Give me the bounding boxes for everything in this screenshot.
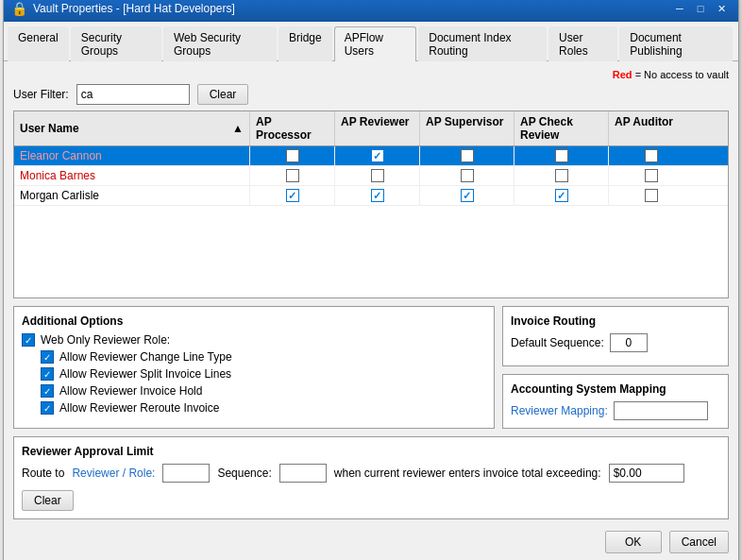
option-change-line-type: Allow Reviewer Change Line Type	[41, 350, 486, 364]
checkbox-monica-reviewer[interactable]	[371, 169, 384, 182]
checkbox-morgan-reviewer[interactable]	[371, 189, 384, 202]
checkbox-eleanor-reviewer[interactable]	[371, 149, 384, 162]
checkbox-split-invoice[interactable]	[41, 367, 54, 381]
ap-processor-cell[interactable]	[250, 186, 335, 205]
username-cell: Eleanor Cannon	[14, 146, 250, 165]
footer-row: OK Cancel	[13, 527, 729, 557]
checkbox-eleanor-auditor[interactable]	[645, 149, 658, 162]
checkbox-monica-auditor[interactable]	[645, 169, 658, 182]
col-ap-check-review[interactable]: AP Check Review	[514, 111, 609, 145]
maximize-button[interactable]: □	[691, 0, 710, 17]
col-ap-supervisor[interactable]: AP Supervisor	[420, 111, 514, 145]
table-row[interactable]: Monica Barnes	[14, 166, 728, 186]
checkbox-monica-check-review[interactable]	[555, 169, 568, 182]
ap-check-review-cell[interactable]	[514, 146, 609, 165]
checkbox-change-line-type[interactable]	[41, 350, 54, 364]
ap-reviewer-cell[interactable]	[335, 186, 420, 205]
ap-auditor-cell[interactable]	[609, 166, 694, 185]
checkbox-morgan-supervisor[interactable]	[461, 189, 474, 202]
tab-bar: General Security Groups Web Security Gro…	[4, 22, 738, 61]
option-reroute-invoice: Allow Reviewer Reroute Invoice	[41, 401, 486, 415]
tab-apflow-users[interactable]: APFlow Users	[334, 26, 417, 61]
default-sequence-label: Default Sequence:	[511, 336, 604, 349]
label-split-invoice: Allow Reviewer Split Invoice Lines	[59, 367, 231, 381]
filter-clear-button[interactable]: Clear	[197, 84, 249, 105]
checkbox-eleanor-processor[interactable]	[286, 149, 299, 162]
accounting-mapping-title: Accounting System Mapping	[511, 382, 720, 396]
col-ap-auditor[interactable]: AP Auditor	[609, 111, 694, 145]
user-table: User Name ▲ AP Processor AP Reviewer AP …	[13, 110, 729, 298]
ap-reviewer-cell[interactable]	[335, 146, 420, 165]
ap-supervisor-cell[interactable]	[420, 166, 514, 185]
reviewer-role-input[interactable]	[162, 464, 210, 483]
tab-user-roles[interactable]: User Roles	[548, 26, 617, 61]
col-ap-reviewer[interactable]: AP Reviewer	[335, 111, 420, 145]
col-username[interactable]: User Name ▲	[14, 111, 250, 145]
ap-supervisor-cell[interactable]	[420, 186, 514, 205]
close-button[interactable]: ✕	[712, 0, 731, 17]
top-info: Red = No access to vault	[13, 69, 729, 80]
checkbox-morgan-processor[interactable]	[286, 189, 299, 202]
cancel-button[interactable]: Cancel	[669, 531, 729, 553]
web-only-reviewer-checkbox[interactable]	[22, 333, 35, 347]
username-cell: Morgan Carlisle	[14, 186, 250, 205]
checkbox-invoice-hold[interactable]	[41, 384, 54, 398]
additional-options-title: Additional Options	[22, 314, 486, 328]
tab-document-index-routing[interactable]: Document Index Routing	[418, 26, 547, 61]
tab-general[interactable]: General	[8, 26, 69, 61]
ap-check-review-cell[interactable]	[514, 166, 609, 185]
tab-document-publishing[interactable]: Document Publishing	[619, 26, 733, 61]
ap-auditor-cell[interactable]	[609, 146, 694, 165]
checkbox-reroute-invoice[interactable]	[41, 401, 54, 415]
tab-web-security-groups[interactable]: Web Security Groups	[163, 26, 277, 61]
ap-supervisor-cell[interactable]	[420, 146, 514, 165]
sequence-input[interactable]	[279, 464, 327, 483]
reviewer-role-link[interactable]: Reviewer / Role:	[72, 467, 155, 480]
main-content: Red = No access to vault User Filter: Cl…	[4, 61, 738, 560]
user-name-morgan[interactable]: Morgan Carlisle	[20, 189, 99, 202]
right-panels: Invoice Routing Default Sequence: Accoun…	[502, 306, 729, 429]
table-row[interactable]: Morgan Carlisle	[14, 186, 728, 206]
checkbox-monica-processor[interactable]	[286, 169, 299, 182]
tab-bridge[interactable]: Bridge	[278, 26, 332, 61]
ap-auditor-cell[interactable]	[609, 186, 694, 205]
ap-processor-cell[interactable]	[250, 146, 335, 165]
checkbox-morgan-check-review[interactable]	[555, 189, 568, 202]
approval-clear-button[interactable]: Clear	[22, 490, 74, 511]
ok-button[interactable]: OK	[605, 531, 662, 553]
approval-row: Route to Reviewer / Role: Sequence: when…	[22, 464, 720, 511]
default-sequence-input[interactable]	[610, 333, 648, 352]
col-ap-processor[interactable]: AP Processor	[250, 111, 335, 145]
tab-security-groups[interactable]: Security Groups	[71, 26, 161, 61]
lower-section: Additional Options Web Only Reviewer Rol…	[13, 306, 729, 429]
username-cell: Monica Barnes	[14, 166, 250, 185]
checkbox-eleanor-supervisor[interactable]	[461, 149, 474, 162]
red-label: Red	[613, 69, 632, 80]
ap-processor-cell[interactable]	[250, 166, 335, 185]
reviewer-mapping-input[interactable]	[614, 401, 708, 420]
user-name-eleanor[interactable]: Eleanor Cannon	[20, 149, 102, 162]
label-change-line-type: Allow Reviewer Change Line Type	[59, 350, 232, 364]
sequence-label: Sequence:	[217, 467, 271, 480]
minimize-button[interactable]: ─	[670, 0, 689, 17]
title-bar-left: 🔒 Vault Properties - [Hard Hat Developer…	[11, 1, 235, 16]
no-access-text: = No access to vault	[635, 69, 729, 80]
additional-options-panel: Additional Options Web Only Reviewer Rol…	[13, 306, 495, 429]
checkbox-morgan-auditor[interactable]	[645, 189, 658, 202]
checkbox-monica-supervisor[interactable]	[461, 169, 474, 182]
label-invoice-hold: Allow Reviewer Invoice Hold	[59, 384, 202, 398]
user-name-monica[interactable]: Monica Barnes	[20, 169, 95, 182]
amount-input[interactable]	[609, 464, 684, 483]
filter-row: User Filter: Clear	[13, 84, 729, 105]
filter-input[interactable]	[76, 84, 190, 105]
table-row[interactable]: Eleanor Cannon	[14, 146, 728, 166]
main-window: 🔒 Vault Properties - [Hard Hat Developer…	[3, 0, 739, 560]
default-sequence-row: Default Sequence:	[511, 333, 720, 352]
reviewer-mapping-link[interactable]: Reviewer Mapping:	[511, 404, 608, 417]
ap-reviewer-cell[interactable]	[335, 166, 420, 185]
web-only-reviewer-label: Web Only Reviewer Role:	[41, 333, 170, 347]
reviewer-mapping-row: Reviewer Mapping:	[511, 401, 720, 420]
checkbox-eleanor-check-review[interactable]	[555, 149, 568, 162]
title-controls: ─ □ ✕	[670, 0, 731, 17]
ap-check-review-cell[interactable]	[514, 186, 609, 205]
